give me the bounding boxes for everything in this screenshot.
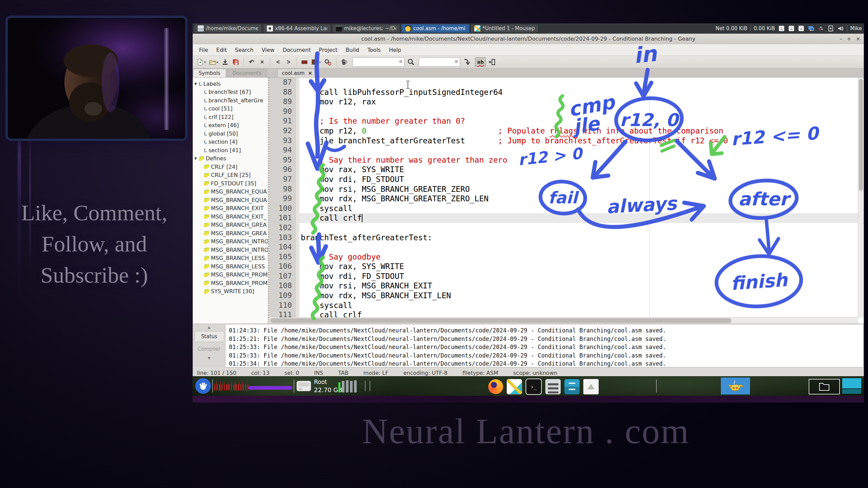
code-line[interactable]: 91 ; Is the number greater than 0? (270, 116, 864, 126)
code-text[interactable]: mov rdi, FD_STDOUT (299, 271, 864, 281)
workspace-2[interactable] (842, 389, 861, 394)
clear-search-icon[interactable]: ⊗ (399, 59, 403, 64)
calculator-icon[interactable] (545, 379, 561, 394)
notification-file-icon[interactable] (798, 25, 805, 32)
save-all-button[interactable] (231, 57, 240, 67)
symbol-item[interactable]: SYS_WRITE [30] (193, 287, 268, 296)
tab-symbols[interactable]: Symbols (193, 69, 226, 77)
code-text[interactable]: mov rax, SYS_WRITE (299, 165, 864, 175)
editor-vscrollbar[interactable] (858, 78, 864, 318)
symbol-item[interactable]: (,section [4] (193, 138, 268, 146)
tab-documents[interactable]: Documents (227, 69, 268, 77)
code-text[interactable]: mov rdi, FD_STDOUT (299, 175, 864, 184)
menu-project[interactable]: Project (316, 45, 341, 55)
code-text[interactable]: ; (299, 78, 864, 87)
code-text[interactable]: mov rsi, MSG_BRANCH_EXIT (299, 281, 864, 291)
find-button[interactable] (406, 57, 416, 67)
maximize-button[interactable]: + (847, 36, 851, 42)
taskbar-window-button[interactable]: cool.asm - /home/mik... (401, 24, 469, 33)
obs-icon[interactable] (817, 25, 824, 32)
code-text[interactable]: branchTest_afterGreaterTest: (299, 233, 864, 243)
app-menu-button[interactable] (195, 378, 211, 394)
code-text[interactable] (299, 107, 864, 117)
open-file-button[interactable]: ▾ (208, 57, 219, 67)
symbol-item[interactable]: MSG_BRANCH_GREA (193, 229, 268, 238)
firefox-icon[interactable] (488, 379, 503, 394)
code-text[interactable] (299, 223, 864, 233)
code-text[interactable]: ; Say their number was greater than zero (299, 155, 864, 165)
battery-icon[interactable] (827, 25, 834, 32)
symbol-item[interactable]: (,crlf [122] (193, 113, 268, 121)
menu-edit[interactable]: Edit (213, 45, 230, 55)
code-line[interactable]: 96 mov rax, SYS_WRITE (270, 165, 864, 175)
code-line[interactable]: 109 mov rdx, MSG_BRANCH_EXIT_LEN (270, 291, 864, 301)
display-settings-icon[interactable] (808, 25, 814, 32)
code-editor[interactable]: 87 ;88 call libPuhfessorP_inputSignedInt… (270, 78, 864, 324)
title-bar[interactable]: cool.asm - /home/mike/Documents/NextClou… (193, 34, 864, 44)
search-input[interactable]: ⊗ (352, 57, 405, 67)
symbol-item[interactable]: (,global [50] (193, 129, 268, 138)
minimize-button[interactable]: – (840, 36, 842, 42)
execute-button[interactable] (323, 57, 333, 67)
save-button[interactable] (221, 57, 230, 67)
symbol-item[interactable]: CRLF_LEN [25] (193, 171, 268, 180)
code-text[interactable]: mov r12, rax (299, 97, 864, 107)
workspace-pager[interactable] (842, 378, 861, 394)
code-line[interactable]: 99 mov rdx, MSG_BRANCH_GREATER_ZERO_LEN (270, 194, 864, 204)
code-line[interactable]: 103branchTest_afterGreaterTest: (270, 233, 864, 243)
symbols-group[interactable]: ▼(,Labels (193, 80, 268, 88)
code-line[interactable]: 97 mov rdi, FD_STDOUT (270, 175, 864, 184)
code-line[interactable]: 89 mov r12, rax (270, 97, 864, 107)
symbol-item[interactable]: MSG_BRANCH_EXIT (193, 204, 268, 213)
scroll-down-icon[interactable]: ▼ (208, 356, 211, 360)
symbol-item[interactable]: MSG_BRANCH_INTRO (193, 238, 268, 246)
code-text[interactable]: ; Is the number greater than 0? (299, 116, 864, 126)
symbol-item[interactable]: CRLF [24] (193, 163, 268, 171)
show-desktop-button[interactable] (809, 379, 840, 394)
code-text[interactable] (299, 145, 864, 155)
code-text[interactable]: mov rdx, MSG_BRANCH_GREATER_ZERO_LEN (299, 194, 864, 204)
code-line[interactable]: 108 mov rsi, MSG_BRANCH_EXIT (270, 281, 864, 291)
tab-close-icon[interactable]: × (308, 70, 312, 76)
document-icon[interactable] (583, 379, 599, 394)
code-line[interactable]: 87 ; (270, 78, 864, 87)
username-label[interactable]: Mike (850, 25, 862, 32)
symbol-item[interactable]: MSG_BRANCH_EQUA (193, 196, 268, 204)
color-chooser-button[interactable] (340, 57, 349, 67)
code-line[interactable]: 93 jle branchTest_afterGreaterTest ; Jum… (270, 136, 864, 146)
taskbar-window-button[interactable]: x86-64 Assembly Lan... (263, 24, 331, 33)
code-line[interactable]: 90 (270, 107, 864, 117)
taskbar-window-button[interactable]: /home/mike/Docume... (194, 24, 262, 33)
code-line[interactable]: 107 mov rdi, FD_STDOUT (270, 271, 864, 281)
code-text[interactable] (299, 242, 864, 252)
code-text[interactable]: syscall (299, 204, 864, 214)
symbol-item[interactable]: (,branchTest_afterGre (193, 96, 268, 105)
menu-build[interactable]: Build (342, 45, 362, 55)
terminal-icon[interactable]: ›_ (526, 379, 542, 395)
symbol-item[interactable]: (,extern [46] (193, 121, 268, 130)
build-button[interactable]: ▾ (311, 57, 321, 67)
tab-compiler[interactable]: Compiler (196, 344, 222, 354)
code-line[interactable]: 104 (270, 242, 864, 252)
tab-status[interactable]: Status (195, 331, 223, 342)
notification-file-icon[interactable] (788, 25, 795, 32)
symbol-item[interactable]: (,branchTest [67] (193, 88, 268, 97)
neural-lantern-app-button[interactable] (721, 378, 750, 394)
symbol-item[interactable]: MSG_BRANCH_LESS (193, 254, 268, 263)
code-line[interactable]: 101 call crlf (270, 213, 864, 223)
code-line[interactable]: 102 (270, 223, 864, 233)
nav-forward-button[interactable]: > (284, 57, 293, 67)
symbol-item[interactable]: (,section [41] (193, 146, 268, 155)
code-line[interactable]: 100 syscall (270, 204, 864, 214)
goto-line-input[interactable]: ⊗ (419, 57, 460, 67)
code-line[interactable]: 95 ; Say their number was greater than z… (270, 155, 864, 165)
code-text[interactable]: call crlf (299, 213, 864, 223)
symbol-item[interactable]: MSG_BRANCH_PROM (193, 271, 268, 279)
code-line[interactable]: 92 cmp r12, 0 ; Populate rFlags with inf… (270, 126, 864, 136)
code-line[interactable]: 94 (270, 145, 864, 155)
code-line[interactable]: 98 mov rsi, MSG_BRANCH_GREATER_ZERO (270, 184, 864, 194)
code-line[interactable]: 106 mov rax, SYS_WRITE (270, 262, 864, 271)
goto-line-button[interactable] (462, 57, 471, 67)
clear-goto-icon[interactable]: ⊗ (454, 59, 458, 64)
code-text[interactable]: mov rsi, MSG_BRANCH_GREATER_ZERO (299, 184, 864, 194)
